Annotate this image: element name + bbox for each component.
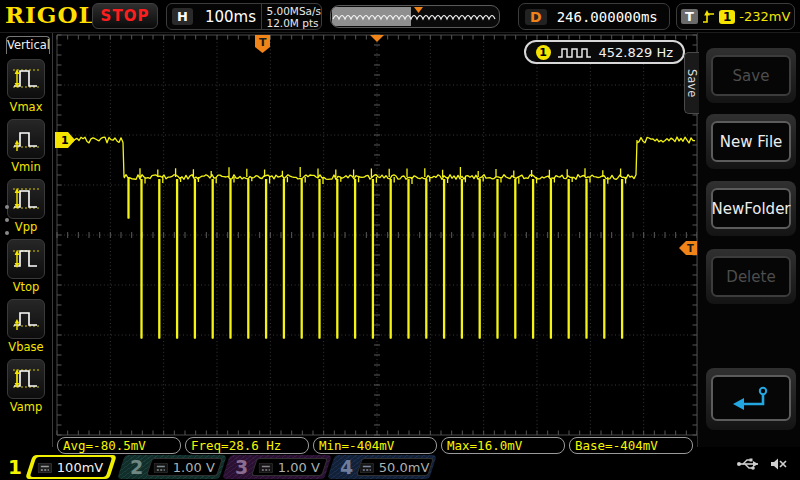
dc-coupling-icon bbox=[360, 462, 374, 472]
divider bbox=[261, 4, 262, 29]
menu-item-label: Vpp bbox=[15, 220, 37, 234]
vmax-icon bbox=[7, 59, 45, 99]
measurement-avg[interactable]: Avg=-80.5mV bbox=[57, 437, 181, 454]
return-arrow-icon bbox=[729, 384, 773, 412]
menu-item-label: Vmin bbox=[11, 160, 41, 174]
system-status-icons bbox=[736, 457, 788, 471]
vpp-icon bbox=[7, 179, 45, 219]
freq-counter-channel-badge: 1 bbox=[536, 45, 551, 60]
page-dot bbox=[5, 205, 9, 209]
horizontal-label: H bbox=[172, 8, 193, 25]
memory-depth: 12.0M pts bbox=[266, 17, 321, 29]
trigger-source-badge: 1 bbox=[719, 10, 735, 24]
page-dot bbox=[5, 231, 9, 235]
new-folder-button[interactable]: NewFolder bbox=[711, 188, 791, 229]
acquisition-info: 5.00MSa/s 12.0M pts bbox=[266, 5, 321, 29]
sample-rate: 5.00MSa/s bbox=[266, 5, 321, 17]
channel-3-status[interactable]: 3 1.00 V bbox=[226, 454, 331, 480]
top-status-bar: RIGOL STOP H 100ms 5.00MSa/s 12.0M pts D… bbox=[0, 0, 800, 33]
menu-item-label: Vtop bbox=[13, 280, 40, 294]
channel-4-scale: 50.0mV bbox=[379, 460, 430, 475]
new-file-button[interactable]: New File bbox=[711, 121, 791, 162]
softkey-group: Save bbox=[706, 48, 796, 103]
channel-4-status[interactable]: 4 50.0mV bbox=[331, 454, 436, 480]
rising-edge-icon bbox=[702, 9, 715, 25]
measurement-min[interactable]: Min=-404mV bbox=[313, 437, 437, 454]
menu-item-label: Vamp bbox=[10, 400, 43, 414]
softkey-group: NewFolder bbox=[706, 181, 796, 236]
timebase-value: 100ms bbox=[205, 8, 259, 26]
channel-3-scale: 1.00 V bbox=[278, 460, 320, 475]
save-button[interactable]: Save bbox=[711, 55, 791, 96]
dc-coupling-icon bbox=[38, 462, 52, 472]
channel-4-number: 4 bbox=[340, 456, 353, 478]
dc-coupling-icon bbox=[154, 462, 168, 472]
trigger-position-flag[interactable]: T bbox=[255, 35, 270, 53]
channel-3-number: 3 bbox=[235, 456, 248, 478]
freq-counter-value: 452.829 Hz bbox=[599, 45, 674, 60]
dc-coupling-icon bbox=[259, 462, 273, 472]
trigger-label: T bbox=[681, 9, 698, 24]
run-stop-status[interactable]: STOP bbox=[92, 3, 158, 29]
delay-value: 246.000000ms bbox=[557, 9, 658, 25]
save-menu-panel: Save Save New File NewFolder Delete bbox=[697, 33, 800, 447]
memory-waveform-icon bbox=[331, 6, 499, 27]
channel-1-badge: 100mV bbox=[25, 455, 117, 479]
measurement-results-row: Avg=-80.5mV Freq=28.6 Hz Min=-404mV Max=… bbox=[57, 437, 693, 454]
menu-item-vamp[interactable]: Vamp bbox=[0, 359, 52, 414]
usb-icon bbox=[736, 457, 760, 471]
channel-2-number: 2 bbox=[130, 456, 143, 478]
measurement-menu-title: Vertical bbox=[6, 36, 50, 54]
measurement-menu: Vertical Vmax Vmin Vpp Vtop Vbase V bbox=[0, 33, 53, 447]
menu-item-label: Vbase bbox=[8, 340, 43, 354]
channel-1-number: 1 bbox=[8, 455, 22, 479]
square-wave-icon bbox=[557, 46, 593, 59]
graticule: 1 T T bbox=[53, 33, 697, 437]
svg-text:T: T bbox=[259, 36, 267, 49]
svg-text:T: T bbox=[687, 243, 694, 254]
menu-page-indicator bbox=[5, 205, 9, 235]
measurement-max[interactable]: Max=16.0mV bbox=[441, 437, 565, 454]
rigol-logo: RIGOL bbox=[5, 1, 96, 28]
delete-button[interactable]: Delete bbox=[711, 256, 791, 297]
speaker-muted-icon bbox=[770, 457, 788, 471]
svg-text:1: 1 bbox=[61, 134, 69, 147]
page-dot bbox=[5, 218, 9, 222]
vbase-icon bbox=[7, 299, 45, 339]
channel1-marker[interactable]: 1 bbox=[55, 132, 75, 148]
softkey-group: New File bbox=[706, 114, 796, 169]
measurement-base[interactable]: Base=-404mV bbox=[569, 437, 693, 454]
menu-item-label: Vmax bbox=[10, 100, 43, 114]
trigger-readout-box[interactable]: T 1 -232mV bbox=[676, 3, 795, 30]
softkey-group bbox=[706, 368, 796, 430]
delay-readout-box[interactable]: D 246.000000ms bbox=[518, 3, 670, 30]
trigger-level-value: -232mV bbox=[739, 9, 790, 24]
channel-2-badge: 2 1.00 V bbox=[117, 455, 227, 479]
measurement-freq[interactable]: Freq=28.6 Hz bbox=[185, 437, 309, 454]
menu-item-vmin[interactable]: Vmin bbox=[0, 119, 52, 174]
waveform-display[interactable]: 1 T T 1 452.829 Hz bbox=[53, 33, 697, 437]
menu-item-vbase[interactable]: Vbase bbox=[0, 299, 52, 354]
menu-tab-save: Save bbox=[684, 52, 699, 114]
horizontal-timebase-box[interactable]: H 100ms 5.00MSa/s 12.0M pts bbox=[166, 3, 322, 30]
channel-2-status[interactable]: 2 1.00 V bbox=[121, 454, 226, 480]
delay-label: D bbox=[525, 9, 547, 25]
vtop-icon bbox=[7, 239, 45, 279]
channel-1-status[interactable]: 1 100mV bbox=[0, 454, 121, 480]
channel-4-badge: 4 50.0mV bbox=[327, 455, 437, 479]
memory-position-thumbnail[interactable] bbox=[330, 5, 500, 28]
delay-center-marker bbox=[370, 35, 384, 42]
vamp-icon bbox=[7, 359, 45, 399]
softkey-group: Delete bbox=[706, 249, 796, 304]
trigger-level-marker[interactable]: T bbox=[679, 241, 697, 255]
channel-2-scale: 1.00 V bbox=[173, 460, 215, 475]
menu-item-vmax[interactable]: Vmax bbox=[0, 59, 52, 114]
return-button[interactable] bbox=[711, 375, 791, 421]
channel-3-badge: 3 1.00 V bbox=[222, 455, 332, 479]
channel-status-bar: 1 100mV 2 bbox=[0, 454, 800, 480]
frequency-counter: 1 452.829 Hz bbox=[524, 40, 686, 64]
menu-item-vtop[interactable]: Vtop bbox=[0, 239, 52, 294]
channel-1-scale: 100mV bbox=[57, 460, 103, 475]
vmin-icon bbox=[7, 119, 45, 159]
